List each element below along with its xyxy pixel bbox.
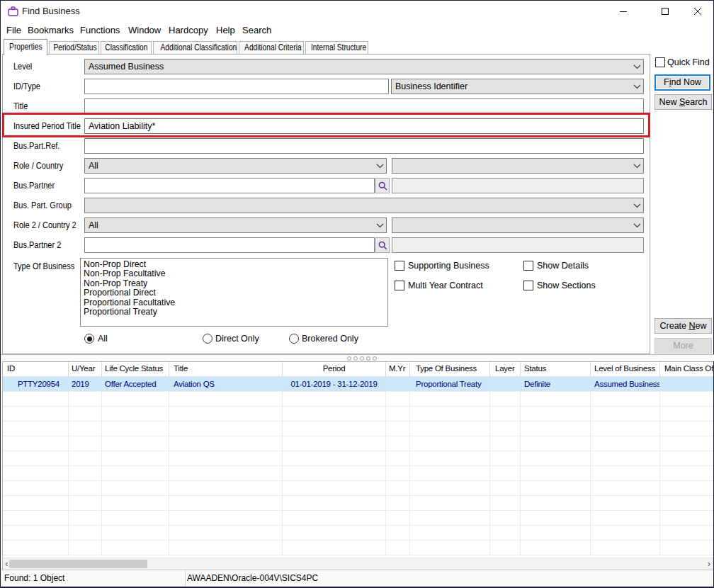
- direct-only-radio[interactable]: [203, 334, 212, 344]
- close-icon: [693, 7, 702, 16]
- table-cell: [283, 496, 386, 510]
- tab-additional-criteria[interactable]: Additional Criteria: [239, 41, 304, 54]
- bus-part-group-combo[interactable]: [84, 198, 644, 213]
- column-header[interactable]: Main Class Of: [660, 362, 713, 376]
- bus-partner-search-button[interactable]: [375, 178, 390, 193]
- role2-combo[interactable]: All: [84, 217, 387, 233]
- show-details-checkbox[interactable]: [523, 261, 533, 271]
- table-cell: [660, 377, 713, 391]
- country2-combo[interactable]: [392, 217, 644, 233]
- column-header[interactable]: Layer: [490, 362, 521, 376]
- table-row-empty[interactable]: [3, 407, 713, 422]
- status-bar: Found: 1 Object AWAADEN\Oracle-004V\SICS…: [1, 570, 713, 587]
- table-cell: [386, 526, 410, 540]
- find-now-button[interactable]: Find Now: [654, 74, 710, 91]
- table-row-empty[interactable]: [3, 436, 713, 451]
- id-type-combo[interactable]: Business Identifier: [391, 79, 644, 94]
- table-row-empty[interactable]: [3, 481, 713, 496]
- table-cell: [169, 511, 283, 525]
- column-header[interactable]: Type Of Business: [410, 362, 490, 376]
- chevron-down-icon: [633, 164, 641, 169]
- table-row-empty[interactable]: [3, 541, 713, 555]
- maximize-button[interactable]: [649, 1, 681, 22]
- level-combo[interactable]: Assumed Business: [84, 59, 644, 74]
- tab-additional-classification[interactable]: Additional Classification: [153, 41, 237, 54]
- title-input[interactable]: [84, 98, 644, 114]
- table-cell: [490, 511, 521, 525]
- table-cell: [102, 481, 169, 495]
- supporting-business-checkbox[interactable]: [395, 261, 404, 271]
- type-of-business-listbox[interactable]: Non-Prop Direct Non-Prop Facultative Non…: [80, 258, 388, 327]
- table-row-empty[interactable]: [3, 496, 713, 511]
- list-item[interactable]: Proportional Direct: [84, 288, 387, 298]
- bus-partner-input[interactable]: [84, 178, 375, 193]
- show-sections-checkbox[interactable]: [523, 281, 533, 290]
- role-combo[interactable]: All: [84, 158, 387, 174]
- list-item[interactable]: Proportional Facultative: [84, 298, 387, 307]
- menu-help[interactable]: Help: [216, 22, 235, 38]
- tab-period-status[interactable]: Period/Status: [49, 41, 99, 54]
- table-cell: [386, 392, 410, 406]
- country-combo[interactable]: [392, 158, 644, 174]
- minimize-button[interactable]: [607, 1, 640, 22]
- table-cell: 01-01-2019 - 31-12-2019: [283, 377, 386, 391]
- table-cell: [660, 541, 713, 555]
- table-row-empty[interactable]: [3, 511, 713, 526]
- horizontal-scrollbar[interactable]: ‹ ›: [3, 558, 713, 570]
- list-item[interactable]: Non-Prop Direct: [84, 260, 387, 269]
- table-cell: [169, 422, 283, 436]
- table-cell: 2019: [69, 377, 102, 391]
- column-header[interactable]: Level of Business: [591, 362, 660, 376]
- column-header[interactable]: Title: [169, 362, 283, 376]
- column-header[interactable]: M.Yr: [386, 362, 410, 376]
- tab-internal-structure[interactable]: Internal Structure: [305, 41, 368, 54]
- tab-properties[interactable]: Properties: [4, 39, 47, 55]
- scroll-right-arrow[interactable]: ›: [708, 558, 710, 570]
- column-header[interactable]: U/Year: [69, 362, 102, 376]
- create-new-button[interactable]: Create New: [654, 318, 712, 334]
- menu-file[interactable]: File: [6, 22, 21, 38]
- menu-window[interactable]: Window: [128, 22, 161, 38]
- table-cell: [283, 526, 386, 540]
- column-header[interactable]: Status: [521, 362, 591, 376]
- column-header[interactable]: Life Cycle Status: [102, 362, 169, 376]
- menu-bookmarks[interactable]: Bookmarks: [28, 22, 74, 38]
- menu-functions[interactable]: Functions: [80, 22, 120, 38]
- table-cell: [410, 392, 490, 406]
- all-radio[interactable]: [84, 334, 94, 344]
- list-item[interactable]: Non-Prop Treaty: [84, 279, 387, 288]
- bus-part-ref-input[interactable]: [84, 138, 644, 154]
- list-item[interactable]: Non-Prop Facultative: [84, 269, 387, 278]
- table-cell: [3, 436, 69, 451]
- column-header[interactable]: ID: [3, 362, 69, 376]
- table-row-empty[interactable]: [3, 526, 713, 541]
- bus-partner2-input[interactable]: [84, 237, 375, 253]
- id-input[interactable]: [84, 79, 389, 94]
- table-row-empty[interactable]: [3, 422, 713, 436]
- more-button[interactable]: More: [654, 338, 712, 354]
- menu-hardcopy[interactable]: Hardcopy: [169, 22, 208, 38]
- bus-partner2-search-button[interactable]: [375, 237, 390, 253]
- table-row-empty[interactable]: [3, 392, 713, 407]
- scrollbar-thumb[interactable]: [9, 560, 147, 568]
- splitter-bar[interactable]: [1, 355, 714, 361]
- table-cell: [660, 496, 713, 510]
- close-button[interactable]: [681, 1, 714, 22]
- table-cell: [490, 466, 521, 480]
- menu-search[interactable]: Search: [242, 22, 271, 38]
- table-row-empty[interactable]: [3, 466, 713, 481]
- table-cell: [69, 496, 102, 510]
- multi-year-contract-label: Multi Year Contract: [408, 281, 483, 290]
- table-row[interactable]: PTTY209542019Offer AcceptedAviation QS01…: [3, 377, 713, 392]
- column-header[interactable]: Period: [283, 362, 386, 376]
- tab-classification[interactable]: Classification: [101, 41, 152, 54]
- table-cell: [169, 407, 283, 421]
- table-cell: [521, 496, 591, 510]
- quick-find-checkbox[interactable]: [655, 57, 665, 67]
- multi-year-contract-checkbox[interactable]: [395, 281, 404, 290]
- scroll-left-arrow[interactable]: ‹: [5, 558, 8, 570]
- brokered-only-radio[interactable]: [289, 334, 299, 344]
- list-item[interactable]: Proportional Treaty: [84, 307, 387, 317]
- new-search-button[interactable]: New Search: [654, 94, 712, 110]
- table-row-empty[interactable]: [3, 451, 713, 466]
